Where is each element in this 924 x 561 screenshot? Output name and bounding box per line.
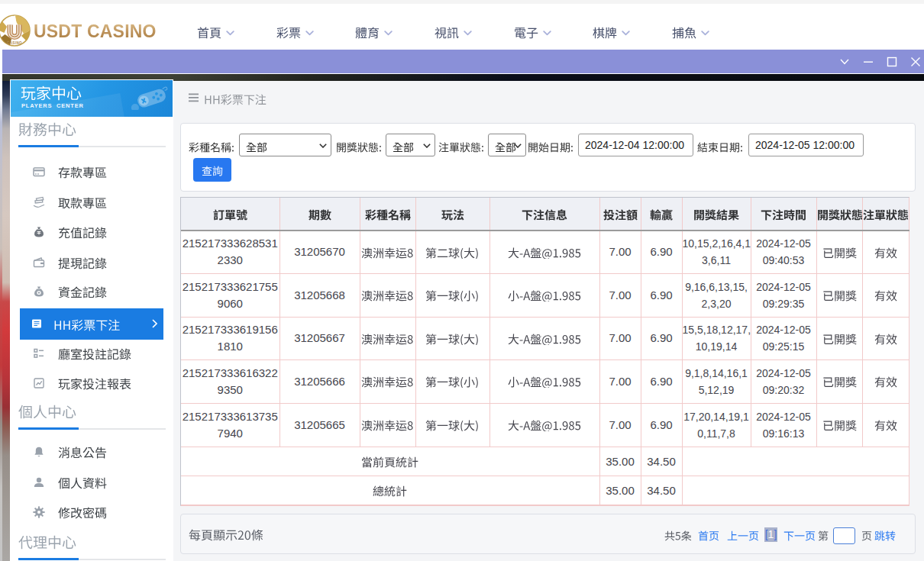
svg-text:CASINO: CASINO bbox=[7, 41, 22, 45]
